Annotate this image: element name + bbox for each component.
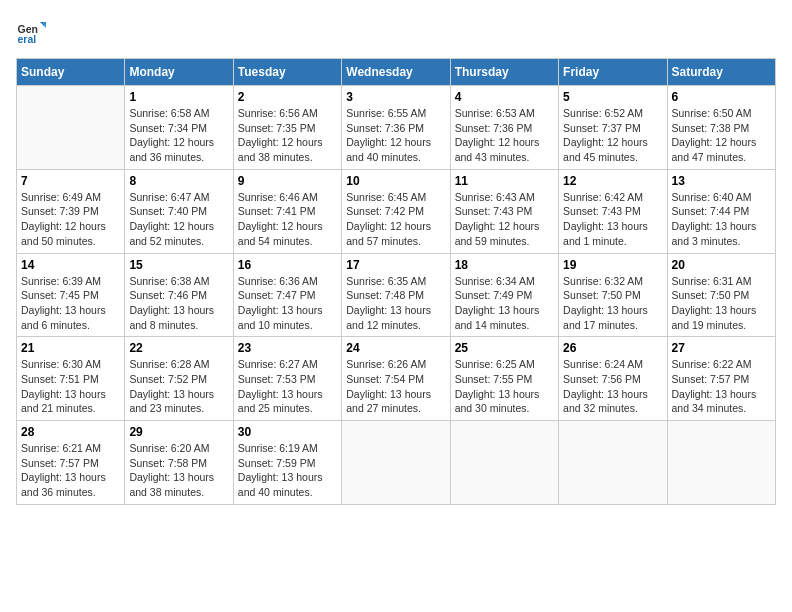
sunset-info: Sunset: 7:40 PM	[129, 205, 207, 217]
daylight-minutes: and 57 minutes.	[346, 235, 421, 247]
sunset-info: Sunset: 7:47 PM	[238, 289, 316, 301]
day-number: 13	[672, 174, 771, 188]
sunrise-info: Sunrise: 6:50 AM	[672, 107, 752, 119]
daylight-hours: Daylight: 13 hours	[346, 388, 431, 400]
calendar-cell: 18Sunrise: 6:34 AMSunset: 7:49 PMDayligh…	[450, 253, 558, 337]
day-number: 22	[129, 341, 228, 355]
day-number: 19	[563, 258, 662, 272]
daylight-hours: Daylight: 13 hours	[129, 388, 214, 400]
calendar-cell	[667, 421, 775, 505]
sunrise-info: Sunrise: 6:36 AM	[238, 275, 318, 287]
calendar-cell: 15Sunrise: 6:38 AMSunset: 7:46 PMDayligh…	[125, 253, 233, 337]
daylight-hours: Daylight: 12 hours	[129, 136, 214, 148]
calendar-cell: 11Sunrise: 6:43 AMSunset: 7:43 PMDayligh…	[450, 169, 558, 253]
sunset-info: Sunset: 7:43 PM	[563, 205, 641, 217]
sunrise-info: Sunrise: 6:43 AM	[455, 191, 535, 203]
daylight-hours: Daylight: 13 hours	[129, 471, 214, 483]
calendar-cell: 10Sunrise: 6:45 AMSunset: 7:42 PMDayligh…	[342, 169, 450, 253]
day-number: 23	[238, 341, 337, 355]
calendar-cell: 12Sunrise: 6:42 AMSunset: 7:43 PMDayligh…	[559, 169, 667, 253]
calendar-cell: 22Sunrise: 6:28 AMSunset: 7:52 PMDayligh…	[125, 337, 233, 421]
sunset-info: Sunset: 7:46 PM	[129, 289, 207, 301]
sunrise-info: Sunrise: 6:27 AM	[238, 358, 318, 370]
day-number: 24	[346, 341, 445, 355]
sunset-info: Sunset: 7:36 PM	[455, 122, 533, 134]
sunrise-info: Sunrise: 6:19 AM	[238, 442, 318, 454]
daylight-hours: Daylight: 13 hours	[21, 304, 106, 316]
sunset-info: Sunset: 7:45 PM	[21, 289, 99, 301]
day-number: 1	[129, 90, 228, 104]
sunset-info: Sunset: 7:55 PM	[455, 373, 533, 385]
calendar-cell: 17Sunrise: 6:35 AMSunset: 7:48 PMDayligh…	[342, 253, 450, 337]
daylight-minutes: and 14 minutes.	[455, 319, 530, 331]
calendar-cell: 28Sunrise: 6:21 AMSunset: 7:57 PMDayligh…	[17, 421, 125, 505]
daylight-minutes: and 23 minutes.	[129, 402, 204, 414]
daylight-minutes: and 45 minutes.	[563, 151, 638, 163]
daylight-hours: Daylight: 13 hours	[238, 471, 323, 483]
daylight-hours: Daylight: 13 hours	[563, 220, 648, 232]
sunrise-info: Sunrise: 6:39 AM	[21, 275, 101, 287]
calendar-cell	[450, 421, 558, 505]
calendar-cell: 19Sunrise: 6:32 AMSunset: 7:50 PMDayligh…	[559, 253, 667, 337]
sunrise-info: Sunrise: 6:47 AM	[129, 191, 209, 203]
sunset-info: Sunset: 7:56 PM	[563, 373, 641, 385]
sunset-info: Sunset: 7:57 PM	[672, 373, 750, 385]
calendar-cell: 1Sunrise: 6:58 AMSunset: 7:34 PMDaylight…	[125, 86, 233, 170]
calendar-cell: 21Sunrise: 6:30 AMSunset: 7:51 PMDayligh…	[17, 337, 125, 421]
weekday-header-saturday: Saturday	[667, 59, 775, 86]
weekday-header-sunday: Sunday	[17, 59, 125, 86]
daylight-hours: Daylight: 12 hours	[238, 220, 323, 232]
sunrise-info: Sunrise: 6:56 AM	[238, 107, 318, 119]
daylight-hours: Daylight: 13 hours	[672, 220, 757, 232]
day-number: 10	[346, 174, 445, 188]
page-header: Gen eral	[16, 16, 776, 46]
day-number: 9	[238, 174, 337, 188]
daylight-minutes: and 8 minutes.	[129, 319, 198, 331]
sunset-info: Sunset: 7:59 PM	[238, 457, 316, 469]
weekday-header-friday: Friday	[559, 59, 667, 86]
sunrise-info: Sunrise: 6:25 AM	[455, 358, 535, 370]
sunset-info: Sunset: 7:51 PM	[21, 373, 99, 385]
day-number: 28	[21, 425, 120, 439]
daylight-hours: Daylight: 13 hours	[238, 388, 323, 400]
sunrise-info: Sunrise: 6:30 AM	[21, 358, 101, 370]
daylight-minutes: and 54 minutes.	[238, 235, 313, 247]
daylight-minutes: and 36 minutes.	[129, 151, 204, 163]
calendar-cell: 2Sunrise: 6:56 AMSunset: 7:35 PMDaylight…	[233, 86, 341, 170]
day-number: 30	[238, 425, 337, 439]
sunset-info: Sunset: 7:50 PM	[672, 289, 750, 301]
daylight-minutes: and 17 minutes.	[563, 319, 638, 331]
daylight-minutes: and 38 minutes.	[129, 486, 204, 498]
daylight-minutes: and 21 minutes.	[21, 402, 96, 414]
daylight-hours: Daylight: 12 hours	[21, 220, 106, 232]
calendar-cell: 23Sunrise: 6:27 AMSunset: 7:53 PMDayligh…	[233, 337, 341, 421]
calendar-cell	[17, 86, 125, 170]
sunset-info: Sunset: 7:34 PM	[129, 122, 207, 134]
sunrise-info: Sunrise: 6:53 AM	[455, 107, 535, 119]
calendar-week-row: 14Sunrise: 6:39 AMSunset: 7:45 PMDayligh…	[17, 253, 776, 337]
daylight-hours: Daylight: 12 hours	[672, 136, 757, 148]
day-number: 11	[455, 174, 554, 188]
day-number: 25	[455, 341, 554, 355]
calendar-cell	[559, 421, 667, 505]
calendar-cell: 4Sunrise: 6:53 AMSunset: 7:36 PMDaylight…	[450, 86, 558, 170]
sunset-info: Sunset: 7:48 PM	[346, 289, 424, 301]
day-number: 26	[563, 341, 662, 355]
daylight-hours: Daylight: 13 hours	[563, 304, 648, 316]
daylight-minutes: and 34 minutes.	[672, 402, 747, 414]
weekday-header-thursday: Thursday	[450, 59, 558, 86]
calendar-cell: 24Sunrise: 6:26 AMSunset: 7:54 PMDayligh…	[342, 337, 450, 421]
daylight-hours: Daylight: 13 hours	[672, 304, 757, 316]
calendar-week-row: 28Sunrise: 6:21 AMSunset: 7:57 PMDayligh…	[17, 421, 776, 505]
daylight-minutes: and 40 minutes.	[238, 486, 313, 498]
daylight-minutes: and 40 minutes.	[346, 151, 421, 163]
daylight-minutes: and 38 minutes.	[238, 151, 313, 163]
weekday-header-wednesday: Wednesday	[342, 59, 450, 86]
sunrise-info: Sunrise: 6:24 AM	[563, 358, 643, 370]
sunset-info: Sunset: 7:44 PM	[672, 205, 750, 217]
sunrise-info: Sunrise: 6:42 AM	[563, 191, 643, 203]
sunset-info: Sunset: 7:54 PM	[346, 373, 424, 385]
calendar-cell: 30Sunrise: 6:19 AMSunset: 7:59 PMDayligh…	[233, 421, 341, 505]
daylight-minutes: and 43 minutes.	[455, 151, 530, 163]
day-number: 18	[455, 258, 554, 272]
